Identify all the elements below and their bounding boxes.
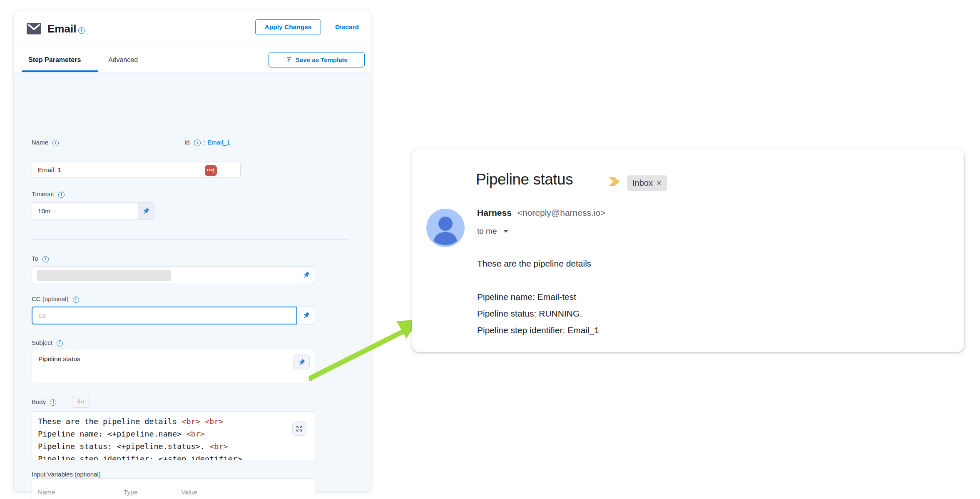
- redacted-to-value: [37, 270, 171, 281]
- timeout-pin-button[interactable]: [138, 202, 154, 220]
- to-input[interactable]: [32, 266, 297, 284]
- save-as-template-button[interactable]: Save as Template: [269, 52, 365, 67]
- discard-button[interactable]: Discard: [335, 19, 359, 35]
- tab-step-parameters[interactable]: Step Parameters: [28, 47, 81, 72]
- email-intro-line: These are the pipeline details: [477, 255, 599, 272]
- section-divider: [32, 240, 349, 240]
- password-manager-icon[interactable]: •••|: [205, 165, 217, 176]
- email-detail-line: Pipeline status: RUNNING.: [477, 305, 599, 322]
- body-info-icon[interactable]: i: [50, 399, 56, 406]
- email-step-panel: Email i Apply Changes Discard Step Param…: [14, 11, 371, 491]
- pin-icon: [302, 271, 310, 279]
- id-info-icon[interactable]: i: [194, 140, 201, 146]
- timeout-input[interactable]: [32, 202, 138, 220]
- to-info-icon[interactable]: i: [42, 256, 49, 262]
- step-parameters-form: Name i Id i : Email_1 •••| Timeout i: [14, 72, 371, 491]
- name-label: Name i: [32, 139, 59, 146]
- annotation-arrow: [306, 314, 427, 383]
- column-header-type: Type: [124, 489, 138, 496]
- step-title: Email: [47, 22, 76, 35]
- inbox-label-chip: Inbox ×: [627, 175, 667, 191]
- body-textarea[interactable]: These are the pipeline details <br> <br>…: [32, 411, 315, 460]
- important-marker-icon: [608, 177, 621, 187]
- input-variables-table: Name Type Value +Add Input Variable: [32, 478, 315, 499]
- title-info-icon[interactable]: i: [78, 27, 85, 34]
- expand-icon: [296, 425, 303, 432]
- active-tab-underline: [22, 70, 98, 72]
- remove-label-icon[interactable]: ×: [657, 178, 662, 188]
- expression-fx-button[interactable]: f(x): [72, 395, 90, 408]
- tab-advanced[interactable]: Advanced: [108, 47, 138, 72]
- subject-info-icon[interactable]: i: [57, 340, 63, 347]
- email-icon: [27, 23, 41, 35]
- pin-icon: [142, 207, 150, 215]
- cc-label: CC (optional) i: [32, 295, 79, 303]
- id-value-link[interactable]: Email_1: [207, 139, 230, 146]
- expand-body-button[interactable]: [292, 422, 306, 436]
- recipient-label: to me: [477, 227, 497, 235]
- column-header-name: Name: [38, 489, 55, 496]
- timeout-info-icon[interactable]: i: [58, 192, 65, 198]
- inbox-label: Inbox: [632, 178, 653, 188]
- panel-header: Email i Apply Changes Discard: [14, 11, 371, 47]
- timeout-label: Timeout i: [32, 190, 65, 198]
- to-label: To i: [32, 255, 49, 262]
- subject-value: Pipeline status: [38, 355, 80, 363]
- cc-input[interactable]: [32, 307, 297, 324]
- upload-icon: [286, 57, 292, 63]
- save-as-template-label: Save as Template: [296, 56, 348, 63]
- pin-icon: [298, 359, 306, 367]
- email-subject: Pipeline status: [476, 171, 573, 188]
- subject-label: Subject i: [32, 339, 63, 347]
- chevron-down-icon: [503, 230, 508, 233]
- sender-name: Harness: [477, 208, 512, 217]
- sender-avatar: [426, 209, 465, 247]
- sender-row: Harness <noreply@harness.io>: [477, 208, 605, 218]
- subject-textarea[interactable]: Pipeline status: [32, 350, 315, 383]
- email-body: These are the pipeline details Pipeline …: [477, 255, 599, 339]
- id-label: Id: [184, 139, 190, 146]
- input-variables-label: Input Variables (optional): [32, 471, 101, 478]
- sender-email: <noreply@harness.io>: [517, 208, 606, 217]
- name-info-icon[interactable]: i: [52, 140, 59, 146]
- tab-bar: Step Parameters Advanced Save as Templat…: [14, 47, 371, 72]
- email-preview-card: Pipeline status Inbox × Harness <noreply…: [412, 149, 964, 352]
- email-detail-line: Pipeline name: Email-test: [477, 289, 599, 305]
- recipient-dropdown[interactable]: to me: [477, 227, 508, 236]
- page: Email i Apply Changes Discard Step Param…: [0, 0, 980, 499]
- cc-info-icon[interactable]: i: [73, 297, 79, 303]
- column-header-value: Value: [181, 489, 197, 496]
- apply-changes-button[interactable]: Apply Changes: [255, 19, 321, 35]
- id-separator: :: [204, 139, 206, 146]
- step-id: Id i : Email_1: [184, 139, 230, 146]
- body-code: These are the pipeline details <br> <br>…: [38, 415, 304, 460]
- email-detail-line: Pipeline step identifier: Email_1: [477, 322, 599, 339]
- email-blank-line: [477, 272, 599, 289]
- body-label: Body i: [32, 398, 56, 406]
- to-pin-button[interactable]: [297, 266, 315, 284]
